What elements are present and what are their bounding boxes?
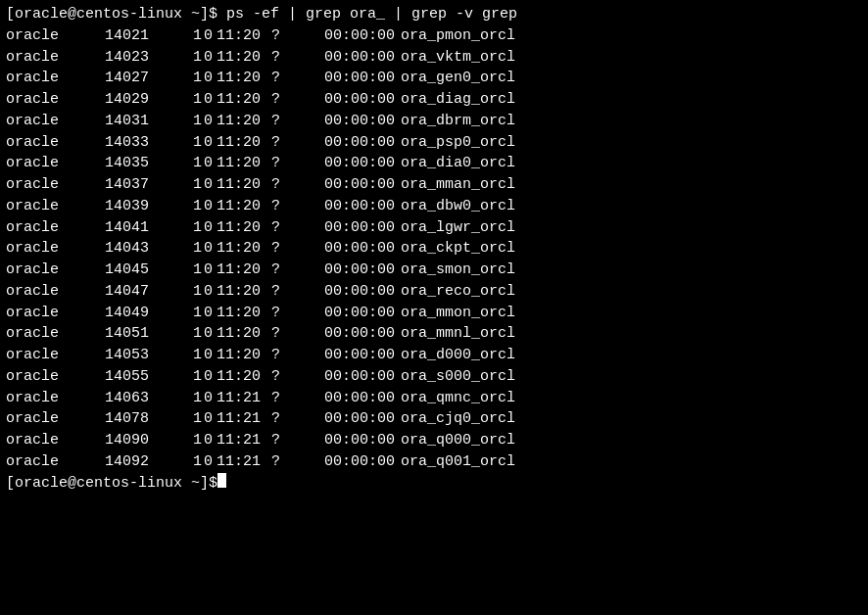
col-user: oracle [6,196,92,217]
col-c: 0 [186,281,208,303]
col-time: 00:00:00 [280,111,388,132]
col-c: 0 [186,366,208,388]
col-ppid: 1 [149,281,186,303]
col-user: oracle [6,47,92,69]
col-cmd: ora_psp0_orcl [392,132,515,154]
col-cmd: ora_ckpt_orcl [392,238,515,260]
col-c: 0 [186,196,208,217]
col-tty: ? [259,153,280,174]
col-tty: ? [259,388,280,409]
table-row: oracle 14051 1 0 11:20 ? 00:00:00 ora_mm… [6,323,862,345]
table-row: oracle 14049 1 0 11:20 ? 00:00:00 ora_mm… [6,303,862,324]
col-pid: 14078 [92,408,149,430]
table-row: oracle 14023 1 0 11:20 ? 00:00:00 ora_vk… [6,47,862,69]
col-time: 00:00:00 [280,345,388,366]
col-cmd: ora_pmon_orcl [392,25,515,47]
footer-prompt: [oracle@centos-linux ~]$ [6,473,862,495]
col-ppid: 1 [149,153,186,174]
col-time: 00:00:00 [280,68,388,89]
col-stime: 11:20 [208,68,259,89]
col-cmd: ora_lgwr_orcl [392,217,515,239]
col-time: 00:00:00 [280,217,388,239]
col-ppid: 1 [149,303,186,324]
table-row: oracle 14090 1 0 11:21 ? 00:00:00 ora_q0… [6,430,862,451]
col-cmd: ora_dbw0_orcl [392,196,515,217]
col-time: 00:00:00 [280,451,388,473]
col-ppid: 1 [149,366,186,388]
col-stime: 11:20 [208,238,259,260]
col-stime: 11:20 [208,217,259,239]
col-time: 00:00:00 [280,153,388,174]
col-time: 00:00:00 [280,366,388,388]
col-tty: ? [259,196,280,217]
col-ppid: 1 [149,323,186,345]
col-stime: 11:20 [208,89,259,111]
col-user: oracle [6,366,92,388]
col-c: 0 [186,323,208,345]
col-time: 00:00:00 [280,430,388,451]
col-pid: 14023 [92,47,149,69]
col-tty: ? [259,281,280,303]
col-stime: 11:20 [208,303,259,324]
col-c: 0 [186,47,208,69]
col-time: 00:00:00 [280,89,388,111]
col-ppid: 1 [149,345,186,366]
col-tty: ? [259,174,280,196]
col-pid: 14021 [92,25,149,47]
col-cmd: ora_gen0_orcl [392,68,515,89]
col-tty: ? [259,111,280,132]
col-tty: ? [259,217,280,239]
col-tty: ? [259,25,280,47]
col-c: 0 [186,68,208,89]
col-time: 00:00:00 [280,408,388,430]
col-c: 0 [186,238,208,260]
col-user: oracle [6,408,92,430]
table-row: oracle 14041 1 0 11:20 ? 00:00:00 ora_lg… [6,217,862,239]
col-c: 0 [186,260,208,281]
col-ppid: 1 [149,451,186,473]
table-row: oracle 14037 1 0 11:20 ? 00:00:00 ora_mm… [6,174,862,196]
col-pid: 14031 [92,111,149,132]
col-ppid: 1 [149,408,186,430]
cursor [217,473,226,488]
col-pid: 14045 [92,260,149,281]
col-tty: ? [259,323,280,345]
col-user: oracle [6,345,92,366]
footer-prompt-text: [oracle@centos-linux ~]$ [6,473,217,495]
col-cmd: ora_mmon_orcl [392,303,515,324]
col-stime: 11:21 [208,430,259,451]
process-list: oracle 14021 1 0 11:20 ? 00:00:00 ora_pm… [6,25,862,473]
table-row: oracle 14029 1 0 11:20 ? 00:00:00 ora_di… [6,89,862,111]
col-tty: ? [259,408,280,430]
col-c: 0 [186,132,208,154]
col-time: 00:00:00 [280,238,388,260]
col-c: 0 [186,153,208,174]
col-c: 0 [186,303,208,324]
col-user: oracle [6,238,92,260]
col-time: 00:00:00 [280,388,388,409]
col-ppid: 1 [149,47,186,69]
table-row: oracle 14021 1 0 11:20 ? 00:00:00 ora_pm… [6,25,862,47]
col-time: 00:00:00 [280,303,388,324]
col-c: 0 [186,174,208,196]
col-pid: 14027 [92,68,149,89]
col-user: oracle [6,303,92,324]
table-row: oracle 14043 1 0 11:20 ? 00:00:00 ora_ck… [6,238,862,260]
col-c: 0 [186,345,208,366]
col-tty: ? [259,451,280,473]
col-stime: 11:20 [208,132,259,154]
col-stime: 11:21 [208,408,259,430]
col-user: oracle [6,260,92,281]
col-tty: ? [259,260,280,281]
table-row: oracle 14039 1 0 11:20 ? 00:00:00 ora_db… [6,196,862,217]
col-ppid: 1 [149,196,186,217]
col-pid: 14029 [92,89,149,111]
col-c: 0 [186,111,208,132]
table-row: oracle 14053 1 0 11:20 ? 00:00:00 ora_d0… [6,345,862,366]
col-user: oracle [6,388,92,409]
col-stime: 11:21 [208,451,259,473]
col-ppid: 1 [149,68,186,89]
col-time: 00:00:00 [280,281,388,303]
col-user: oracle [6,430,92,451]
col-cmd: ora_mman_orcl [392,174,515,196]
